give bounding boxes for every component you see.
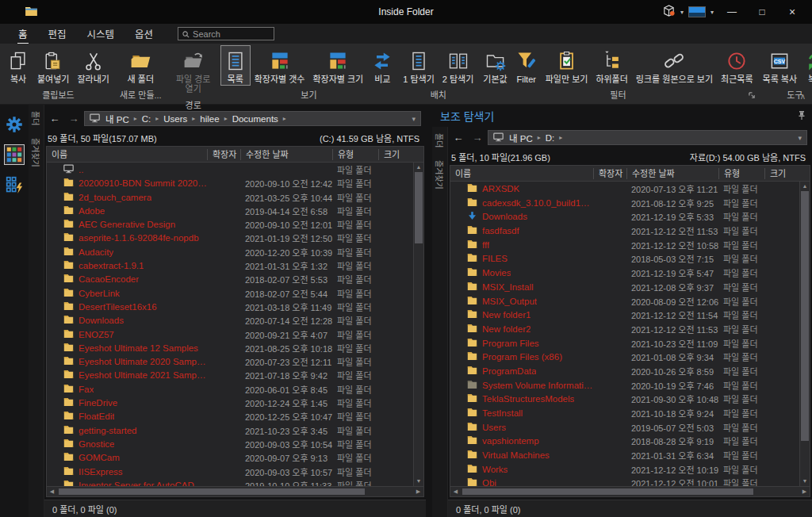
file-row[interactable]: Virtual Machines2021-01-31 오후 6:34파일 폴더 bbox=[450, 448, 799, 462]
breadcrumb-dropdown-icon[interactable]: ▾ bbox=[412, 115, 416, 123]
column-header[interactable]: 이름 bbox=[450, 168, 593, 179]
file-row[interactable]: Gnostice2020-09-03 오후 10:54파일 폴더 bbox=[47, 437, 413, 450]
breadcrumb[interactable]: 내 PC▸D:▸▾ bbox=[488, 130, 807, 145]
package-menu-icon[interactable] bbox=[662, 4, 676, 21]
file-row[interactable]: Program Files (x86)2021-01-08 오후 9:34파일 … bbox=[450, 350, 799, 364]
ribbon-button[interactable]: 비교 bbox=[367, 45, 397, 86]
file-row[interactable]: Inventor Server for AutoCAD2019-10-10 오후… bbox=[47, 478, 413, 486]
right-horizontal-scrollbar[interactable]: ◀ ▶ bbox=[450, 487, 810, 497]
scroll-thumb[interactable] bbox=[59, 488, 365, 495]
file-row[interactable]: TestInstall2021-10-18 오후 9:24파일 폴더 bbox=[450, 406, 799, 420]
breadcrumb-segment[interactable]: hilee bbox=[198, 114, 220, 124]
scroll-up-icon[interactable]: ▲ bbox=[414, 163, 423, 172]
file-row[interactable]: Fax2020-06-01 오후 8:45파일 폴더 bbox=[47, 382, 413, 396]
file-row[interactable]: Works2021-12-12 오전 10:19파일 폴더 bbox=[450, 462, 799, 477]
close-button[interactable]: × bbox=[779, 2, 806, 22]
side-tab[interactable]: 즐겨찾기 bbox=[30, 138, 42, 167]
ribbon-button[interactable]: 1 탐색기 bbox=[399, 45, 439, 86]
file-row[interactable]: CyberLink2018-02-07 오전 5:44파일 폴더 bbox=[47, 286, 413, 300]
file-row[interactable]: ENOZ572020-09-21 오후 4:07파일 폴더 bbox=[47, 327, 413, 341]
side-tab[interactable]: 폴더 bbox=[30, 111, 42, 125]
file-row[interactable]: cadexsdk_3.10.0_build14619_win_full2021-… bbox=[450, 196, 799, 210]
ribbon-button[interactable]: 기본값 bbox=[479, 45, 511, 86]
ribbon-button[interactable]: 파일 경로 열기 bbox=[168, 45, 219, 96]
breadcrumb-segment[interactable]: D: bbox=[544, 133, 557, 143]
file-row[interactable]: DesertTileset16x162021-03-18 오후 11:49파일 … bbox=[47, 300, 413, 313]
file-row[interactable]: Eyeshot Ultimate 12 Samples2021-08-25 오후… bbox=[47, 341, 413, 354]
breadcrumb-dropdown-icon[interactable]: ▾ bbox=[798, 134, 802, 142]
breadcrumb-segment[interactable]: 내 PC bbox=[104, 113, 131, 125]
column-header[interactable]: 유형 bbox=[718, 168, 764, 179]
scroll-right-icon[interactable]: ▶ bbox=[799, 488, 810, 495]
ribbon-button[interactable]: 최근목록 bbox=[717, 45, 756, 86]
file-row[interactable]: System Volume Information2020-10-19 오후 7… bbox=[450, 378, 799, 393]
search-box[interactable] bbox=[178, 27, 274, 40]
scroll-down-icon[interactable]: ▼ bbox=[800, 477, 810, 486]
package-menu-caret-icon[interactable]: ▾ bbox=[680, 9, 684, 16]
ribbon-button[interactable]: 파일만 보기 bbox=[542, 45, 592, 86]
forward-icon[interactable]: → bbox=[65, 113, 82, 124]
back-icon[interactable]: ← bbox=[450, 132, 467, 144]
file-row[interactable]: Eyeshot Ultimate 2020 Samples2020-07-23 … bbox=[47, 354, 413, 368]
collapse-ribbon-icon[interactable]: ∧ bbox=[800, 92, 806, 101]
column-header[interactable]: 유형 bbox=[332, 149, 378, 160]
file-row[interactable]: ..파일 폴더 bbox=[47, 163, 413, 176]
scroll-thumb[interactable] bbox=[801, 191, 809, 441]
file-row[interactable]: GOMCam2020-09-07 오후 9:13파일 폴더 bbox=[47, 450, 413, 464]
ribbon-button[interactable]: 복사 bbox=[3, 45, 33, 86]
forward-icon[interactable]: → bbox=[469, 132, 486, 144]
file-row[interactable]: fff2021-12-12 오전 10:58파일 폴더 bbox=[450, 238, 799, 252]
left-vertical-scrollbar[interactable]: ▲ ▼ bbox=[413, 163, 423, 486]
ribbon-button[interactable]: 확장자별 크기 bbox=[308, 45, 367, 86]
scroll-left-icon[interactable]: ◀ bbox=[450, 488, 461, 495]
quick-launch-icon[interactable] bbox=[4, 174, 25, 195]
column-header[interactable]: 확장자 bbox=[593, 168, 626, 179]
column-header[interactable]: 수정한 날짜 bbox=[626, 168, 718, 179]
column-header[interactable]: 크기 bbox=[764, 168, 799, 179]
file-row[interactable]: ProgramData2020-10-26 오후 8:59파일 폴더 bbox=[450, 364, 799, 378]
file-row[interactable]: Movies2021-12-19 오후 5:47파일 폴더 bbox=[450, 266, 799, 280]
scroll-right-icon[interactable]: ▶ bbox=[413, 488, 423, 495]
ribbon-button[interactable]: 확장자별 갯수 bbox=[251, 45, 309, 86]
file-row[interactable]: cabextract-1.9.12021-01-31 오후 1:32파일 폴더 bbox=[47, 258, 413, 272]
file-row[interactable]: FILES2018-05-03 오전 7:15파일 폴더 bbox=[450, 251, 799, 266]
ribbon-button[interactable]: 2 탐색기 bbox=[439, 45, 478, 86]
file-row[interactable]: IISExpress2020-09-03 오후 10:57파일 폴더 bbox=[47, 465, 413, 478]
file-row[interactable]: Eyeshot Ultimate 2021 Samples2021-07-18 … bbox=[47, 368, 413, 381]
column-header[interactable]: 확장자 bbox=[207, 149, 240, 160]
file-row[interactable]: New folder12021-12-12 오전 11:54파일 폴더 bbox=[450, 308, 799, 322]
menu-tab[interactable]: 옵션 bbox=[124, 24, 163, 44]
file-row[interactable]: aseprite-1.1.6-92084fe-nopdb2021-01-19 오… bbox=[47, 231, 413, 244]
file-row[interactable]: New folder22021-12-12 오전 11:53파일 폴더 bbox=[450, 322, 799, 336]
back-icon[interactable]: ← bbox=[46, 113, 63, 124]
file-row[interactable]: Adobe2019-04-14 오전 6:58파일 폴더 bbox=[47, 204, 413, 217]
search-input[interactable] bbox=[193, 29, 270, 39]
left-horizontal-scrollbar[interactable]: ◀ ▶ bbox=[46, 487, 424, 497]
column-header[interactable]: 수정한 날짜 bbox=[240, 149, 332, 160]
ribbon-button[interactable]: 목록 bbox=[220, 45, 251, 86]
file-row[interactable]: MSIX_Install2021-12-08 오후 9:37파일 폴더 bbox=[450, 280, 799, 294]
ribbon-button[interactable]: 붙여넣기 bbox=[33, 45, 73, 86]
file-row[interactable]: Downloads2020-07-14 오전 12:28파일 폴더 bbox=[47, 313, 413, 327]
ribbon-button[interactable]: 잘라내기 bbox=[73, 45, 113, 86]
file-row[interactable]: FloatEdit2020-12-25 오후 10:47파일 폴더 bbox=[47, 409, 413, 423]
right-vertical-scrollbar[interactable]: ▲ ▼ bbox=[799, 182, 810, 486]
file-row[interactable]: Obj2021-12-12 오전 10:01파일 폴더 bbox=[450, 476, 799, 486]
breadcrumb-segment[interactable]: C: bbox=[140, 114, 153, 124]
file-row[interactable]: 20200910-BDN Summit 2020(1718339...2020-… bbox=[47, 176, 413, 190]
side-tab[interactable]: 폴더 bbox=[434, 133, 446, 147]
file-row[interactable]: Audacity2020-12-20 오후 10:39파일 폴더 bbox=[47, 245, 413, 258]
pin-icon[interactable] bbox=[798, 109, 806, 123]
breadcrumb[interactable]: 내 PC▸C:▸Users▸hilee▸Documents▸▾ bbox=[84, 111, 421, 126]
file-row[interactable]: Program Files2021-10-23 오전 11:09파일 폴더 bbox=[450, 336, 799, 350]
scroll-thumb[interactable] bbox=[462, 488, 753, 495]
ribbon-button[interactable]: 복원 bbox=[801, 45, 812, 86]
side-tab[interactable]: 즐겨찾기 bbox=[434, 160, 446, 190]
theme-caret-icon[interactable]: ▾ bbox=[710, 9, 714, 16]
column-header[interactable]: 크기 bbox=[378, 149, 413, 160]
file-row[interactable]: getting-started2021-10-23 오후 3:45파일 폴더 bbox=[47, 423, 413, 437]
menu-tab[interactable]: 시스템 bbox=[77, 24, 125, 44]
apps-grid-icon[interactable] bbox=[4, 144, 25, 165]
scroll-left-icon[interactable]: ◀ bbox=[47, 488, 57, 495]
breadcrumb-segment[interactable]: Users bbox=[162, 114, 189, 124]
